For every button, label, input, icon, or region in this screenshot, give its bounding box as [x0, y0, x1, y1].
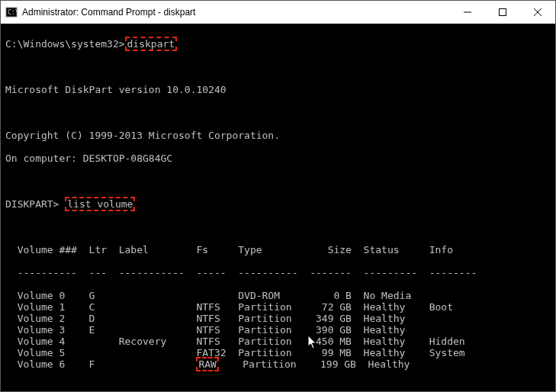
volume-table-separator: ---------- --- ----------- ----- -------…	[5, 267, 551, 278]
titlebar[interactable]: C:\ Administrator: Command Prompt - disk…	[1, 1, 555, 24]
version-line: Microsoft DiskPart version 10.0.10240	[5, 84, 551, 95]
cmd-diskpart-highlight: diskpart	[125, 37, 178, 51]
cmd-icon: C:\	[5, 6, 18, 18]
computer-line: On computer: DESKTOP-08G84GC	[5, 153, 551, 164]
minimize-button[interactable]	[450, 1, 485, 24]
volume-table-body: Volume 0 G DVD-ROM 0 B No Media Volume 1…	[5, 290, 551, 370]
table-row: Volume 1 C NTFS Partition 72 GB Healthy …	[5, 301, 551, 313]
table-row: Volume 6 F RAW Partition 199 GB Healthy	[5, 358, 551, 370]
command-prompt-window: C:\ Administrator: Command Prompt - disk…	[0, 0, 556, 392]
copyright-line: Copyright (C) 1999-2013 Microsoft Corpor…	[5, 130, 551, 141]
table-row: Volume 2 D NTFS Partition 349 GB Healthy	[5, 313, 551, 324]
raw-fs-highlight: RAW	[196, 357, 218, 371]
table-row: Volume 5 FAT32 Partition 99 MB Healthy S…	[5, 347, 551, 358]
window-buttons	[450, 1, 555, 24]
svg-text:C:\: C:\	[8, 9, 18, 16]
prompt-path: C:\Windows\system32>	[5, 38, 125, 50]
cmd-list-highlight: list volume	[65, 197, 135, 211]
close-button[interactable]	[520, 1, 555, 24]
mouse-cursor-icon	[307, 335, 318, 350]
table-row: Volume 3 E NTFS Partition 390 GB Healthy	[5, 324, 551, 336]
svg-rect-3	[500, 9, 506, 16]
window-title: Administrator: Command Prompt - diskpart	[22, 7, 195, 18]
terminal-area[interactable]: C:\Windows\system32>diskpart Microsoft D…	[1, 24, 555, 391]
maximize-button[interactable]	[485, 1, 520, 24]
volume-table-header: Volume ### Ltr Label Fs Type Size Status…	[5, 244, 551, 255]
table-row: Volume 4 Recovery NTFS Partition 450 MB …	[5, 336, 551, 347]
table-row: Volume 0 G DVD-ROM 0 B No Media	[5, 290, 551, 301]
diskpart-prompt: DISKPART>	[5, 198, 59, 210]
